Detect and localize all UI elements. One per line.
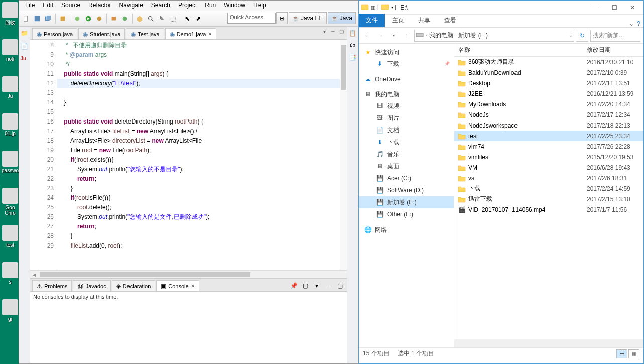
file-row[interactable]: 360驱动大师目录2016/12/30 21:10 (454, 57, 643, 67)
package-explorer-icon[interactable]: 📁 (21, 30, 29, 38)
folder-qa-icon[interactable] (381, 3, 389, 12)
task-list-icon[interactable]: 📋 (349, 30, 356, 37)
nav-back-button[interactable]: ← (362, 30, 373, 41)
nav-下载[interactable]: ⬇下载 (359, 136, 454, 148)
run-last-icon[interactable] (94, 14, 104, 24)
outline-icon[interactable]: 🗂 (350, 42, 356, 49)
perspective-javaee[interactable]: ☕ Java EE (289, 12, 327, 24)
display-console-icon[interactable]: ▢ (300, 281, 310, 291)
btab-declaration[interactable]: ◈ Declaration (112, 280, 156, 291)
tab-Person-java[interactable]: ◉Person.java (32, 28, 77, 39)
search-input[interactable]: 搜索"新加... (590, 30, 640, 42)
nav-快速访问[interactable]: ★快速访问 (359, 47, 454, 58)
save-icon[interactable] (32, 14, 42, 24)
nav-我的电脑[interactable]: 🖥我的电脑 (359, 89, 454, 100)
hscroll-thumb[interactable] (40, 272, 250, 277)
col-date[interactable]: 修改日期 (585, 46, 643, 54)
new-package-icon[interactable] (109, 14, 119, 24)
address-bar[interactable]: › 我的电脑 › 新加卷 (E:) ⌄ (414, 30, 574, 42)
qa-overflow-icon[interactable]: ▾ (391, 5, 393, 10)
menu-refactor[interactable]: Refactor (84, 1, 115, 11)
titlebar[interactable]: ▥ | ▾ | E:\ ─ ☐ ✕ (359, 1, 643, 15)
view-details-button[interactable]: ☰ (616, 349, 627, 358)
ju-icon[interactable]: Ju (21, 56, 29, 64)
next-edit-icon[interactable]: ⬈ (193, 14, 203, 24)
desktop-icon-回收[interactable]: 回收 (1, 2, 19, 26)
quick-access-input[interactable]: Quick Access (227, 13, 276, 24)
nav-桌面[interactable]: 🖥桌面 (359, 160, 454, 172)
addr-dropdown-icon[interactable]: ⌄ (569, 33, 573, 38)
maximize-button[interactable]: ☐ (605, 2, 623, 14)
nav-下载[interactable]: ⬇下载 (359, 58, 454, 70)
file-list[interactable]: 360驱动大师目录2016/12/30 21:10BaiduYunDownloa… (454, 57, 643, 339)
btab-problems[interactable]: ⚠ Problems (32, 280, 72, 291)
menu-navigate[interactable]: Navigate (115, 1, 147, 11)
file-row[interactable]: MyDownloads2017/2/20 14:34 (454, 99, 643, 109)
overview-thumb[interactable] (341, 45, 346, 90)
nav-Other (F:)[interactable]: 💾Other (F:) (359, 208, 454, 220)
close-icon[interactable]: ✕ (191, 283, 195, 289)
perspective-java[interactable]: ☕ Java (328, 12, 356, 24)
crumb-pc[interactable]: 我的电脑 (429, 31, 453, 40)
min-console-icon[interactable]: ─ (323, 281, 333, 291)
nav-网络[interactable]: 🌐网络 (359, 224, 454, 235)
ribbon-view[interactable]: 查看 (437, 14, 463, 27)
file-row[interactable]: Desktop2017/2/11 13:51 (454, 78, 643, 88)
desktop-icon-01.jp[interactable]: 01.jp (1, 113, 19, 136)
ribbon-expand-icon[interactable]: ⌄ (629, 20, 634, 27)
editor-hscroll[interactable]: ◂ (30, 270, 347, 278)
search-icon[interactable] (146, 14, 156, 24)
file-row[interactable]: 🎬VID_20170107_114056.mp42017/1/7 11:56 (454, 204, 643, 215)
desktop-icon-passwo[interactable]: passwo (1, 151, 19, 173)
ribbon-share[interactable]: 共享 (411, 14, 437, 27)
menu-run[interactable]: Run (201, 1, 220, 11)
overview-ruler[interactable] (340, 40, 347, 270)
run-icon[interactable] (83, 14, 93, 24)
type-hierarchy-icon[interactable]: 📄 (21, 43, 29, 51)
tab-Test-java[interactable]: ◉Test.java (126, 28, 164, 39)
close-button[interactable]: ✕ (623, 2, 641, 14)
file-row[interactable]: VM2016/6/28 19:43 (454, 162, 643, 173)
ribbon-home[interactable]: 主页 (385, 14, 411, 27)
menu-search[interactable]: Search (147, 1, 174, 11)
props-icon[interactable]: ▥ (371, 5, 375, 10)
help-icon[interactable]: ? (637, 20, 640, 27)
menu-edit[interactable]: Edit (39, 1, 57, 11)
maximize-icon[interactable]: ▢ (338, 29, 345, 36)
view-icons-button[interactable]: ▦ (628, 349, 639, 358)
file-hscroll[interactable] (454, 339, 643, 347)
open-perspective-button[interactable]: ⊞ (276, 12, 288, 24)
ribbon-file[interactable]: 文件 (359, 14, 385, 27)
btab-javadoc[interactable]: @ Javadoc (73, 280, 110, 291)
file-row[interactable]: BaiduYunDownload2017/2/10 0:39 (454, 67, 643, 78)
file-row[interactable]: vim742017/7/26 22:28 (454, 141, 643, 152)
file-row[interactable]: 迅雷下载2017/2/15 13:10 (454, 194, 643, 204)
nav-OneDrive[interactable]: ☁OneDrive (359, 74, 454, 85)
tab-Demo1-java[interactable]: ◉Demo1.java ✕ (165, 28, 217, 39)
nav-图片[interactable]: 🖼图片 (359, 112, 454, 124)
column-headers[interactable]: 名称 修改日期 (454, 44, 643, 57)
nav-Acer (C:)[interactable]: 💾Acer (C:) (359, 172, 454, 184)
toggle-icon[interactable]: ⬚ (168, 14, 178, 24)
nav-SoftWare (D:)[interactable]: 💾SoftWare (D:) (359, 184, 454, 196)
menu-window[interactable]: Window (220, 1, 249, 11)
menu-project[interactable]: Project (174, 1, 201, 11)
pin-console-icon[interactable]: 📌 (289, 281, 299, 291)
build-icon[interactable] (58, 14, 68, 24)
markers-icon[interactable]: 📑 (349, 54, 356, 61)
open-type-icon[interactable] (135, 14, 145, 24)
desktop-icon-Ju[interactable]: Ju (1, 76, 19, 99)
col-name[interactable]: 名称 (454, 46, 585, 54)
nav-文档[interactable]: 📄文档 (359, 124, 454, 136)
refresh-button[interactable]: ↻ (576, 30, 588, 42)
desktop-icon-s[interactable]: s (1, 262, 19, 285)
minimize-button[interactable]: ─ (587, 2, 605, 14)
wand-icon[interactable]: ✎ (157, 14, 167, 24)
menu-file[interactable]: File (21, 1, 39, 11)
tab-Student-java[interactable]: ◉Student.java (78, 28, 125, 39)
nav-音乐[interactable]: 🎵音乐 (359, 148, 454, 160)
open-console-icon[interactable]: ▾ (312, 281, 322, 291)
menu-help[interactable]: Help (249, 1, 270, 11)
code-area[interactable]: * 不使用递归删除目录 * @param args */ public stat… (57, 40, 340, 270)
debug-icon[interactable] (72, 14, 82, 24)
